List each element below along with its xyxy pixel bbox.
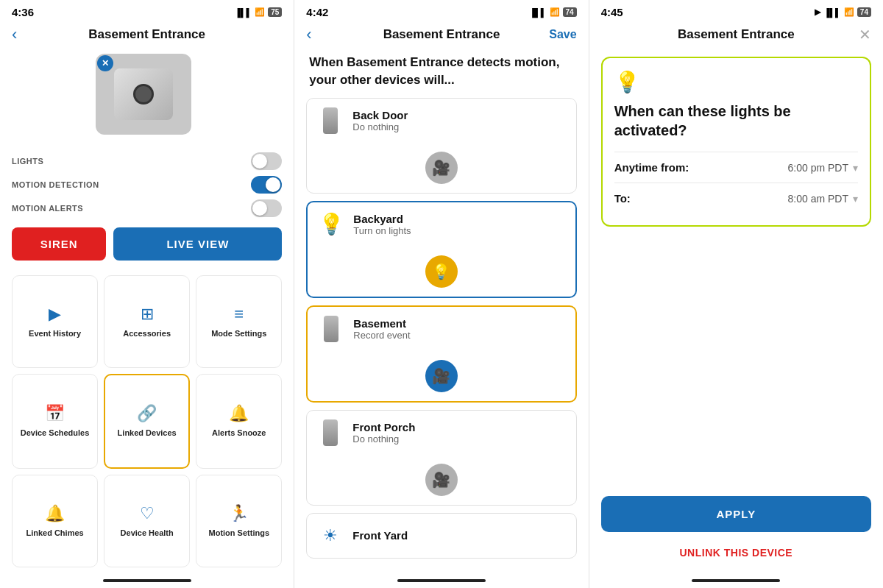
basement-body: 🎥 [308, 351, 575, 401]
home-bar-3 [692, 579, 780, 582]
motion-settings-icon: 🏃 [229, 504, 249, 523]
grid-item-alerts-snooze[interactable]: 🔔 Alerts Snooze [196, 374, 282, 468]
basement-info: Basement Record event [353, 317, 564, 341]
backyard-light-icon: 💡 [319, 212, 344, 236]
back-door-header: Back Door Do nothing [307, 99, 575, 143]
home-indicator-3 [589, 573, 883, 588]
linked-chimes-icon: 🔔 [45, 504, 65, 523]
device-health-icon: ♡ [140, 504, 155, 523]
camera-lens [133, 84, 154, 105]
grid-item-motion-settings[interactable]: 🏃 Motion Settings [196, 475, 282, 567]
front-porch-thumb [317, 419, 344, 446]
to-time: 8:00 am PDT [788, 193, 848, 205]
p3-header: Basement Entrance ✕ [589, 21, 883, 48]
motion-detection-label: MOTION DETECTION [12, 180, 99, 189]
to-row: To: 8:00 am PDT ▾ [614, 183, 858, 213]
lights-toggle-row: LIGHTS [12, 151, 282, 171]
backyard-header: 💡 Backyard Turn on lights [308, 202, 575, 247]
front-porch-header: Front Porch Do nothing [307, 411, 575, 455]
home-indicator-2 [294, 573, 588, 588]
status-time-3: 4:45 [601, 6, 623, 18]
save-button[interactable]: Save [549, 28, 576, 41]
motion-detection-toggle-row: MOTION DETECTION [12, 174, 282, 195]
lights-card-title: When can these lights be activated? [614, 102, 858, 140]
motion-alerts-toggle[interactable] [251, 199, 282, 217]
wifi-icon-2: 📶 [550, 7, 560, 17]
camera-container: ✕ [96, 54, 199, 142]
basement-action-btn[interactable]: 🎥 [425, 360, 458, 392]
status-time-1: 4:36 [12, 6, 34, 18]
alerts-snooze-label: Alerts Snooze [212, 428, 266, 438]
basement-thumb [318, 316, 344, 342]
device-list: Back Door Do nothing 🎥 💡 Backyard Turn o… [294, 98, 588, 573]
anytime-from-value[interactable]: 6:00 pm PDT ▾ [788, 162, 858, 174]
grid-item-device-schedules[interactable]: 📅 Device Schedules [12, 374, 98, 468]
basement-action: Record event [353, 330, 564, 341]
close-button-3[interactable]: ✕ [859, 26, 871, 43]
basement-action-icon: 🎥 [432, 367, 450, 385]
mode-settings-label: Mode Settings [211, 328, 266, 339]
front-porch-info: Front Porch Do nothing [352, 421, 565, 444]
apply-button[interactable]: APPLY [601, 496, 871, 532]
status-icons-1: ▐▌▌ 📶 75 [235, 7, 283, 17]
device-health-label: Device Health [121, 528, 174, 538]
lights-toggle-thumb [252, 154, 267, 169]
back-door-thumb [317, 107, 344, 134]
back-button-2[interactable]: ‹ [306, 25, 311, 44]
home-bar-1 [103, 579, 191, 582]
device-schedules-icon: 📅 [45, 404, 65, 423]
motion-detection-toggle-thumb [266, 177, 280, 192]
back-button-1[interactable]: ‹ [12, 25, 17, 44]
live-view-button[interactable]: LIVE VIEW [113, 227, 282, 261]
front-yard-header: ☀ Front Yard [307, 514, 575, 558]
device-card-back-door[interactable]: Back Door Do nothing 🎥 [306, 98, 576, 194]
device-card-backyard[interactable]: 💡 Backyard Turn on lights 💡 [306, 201, 576, 298]
camera-close-badge[interactable]: ✕ [97, 55, 113, 71]
front-porch-body: 🎥 [307, 455, 575, 505]
lights-activation-card: 💡 When can these lights be activated? An… [601, 57, 871, 227]
backyard-action: Turn on lights [353, 225, 564, 236]
panel-2: 4:42 ▐▌▌ 📶 74 ‹ Basement Entrance Save W… [294, 0, 589, 588]
basement-header: Basement Record event [308, 307, 575, 351]
camera-body [114, 68, 173, 120]
grid-item-device-health[interactable]: ♡ Device Health [104, 475, 190, 567]
device-card-basement[interactable]: Basement Record event 🎥 [306, 305, 576, 403]
device-card-front-yard[interactable]: ☀ Front Yard [306, 513, 576, 559]
backyard-info: Backyard Turn on lights [353, 213, 564, 236]
alerts-snooze-icon: 🔔 [229, 404, 249, 423]
grid-item-linked-chimes[interactable]: 🔔 Linked Chimes [12, 475, 98, 567]
menu-grid: ▶ Event History ⊞ Accessories ≡ Mode Set… [0, 269, 294, 573]
motion-settings-label: Motion Settings [209, 528, 270, 538]
back-door-name: Back Door [352, 109, 565, 121]
motion-detection-toggle[interactable] [251, 176, 282, 194]
back-door-info: Back Door Do nothing [352, 109, 565, 132]
p1-title: Basement Entrance [88, 27, 205, 42]
unlink-button[interactable]: UNLINK THIS DEVICE [589, 541, 883, 564]
linked-devices-icon: 🔗 [137, 404, 157, 423]
status-bar-1: 4:36 ▐▌▌ 📶 75 [0, 0, 294, 21]
back-door-action-btn[interactable]: 🎥 [425, 152, 458, 184]
action-buttons: SIREN LIVE VIEW [0, 219, 294, 269]
to-chevron: ▾ [853, 193, 858, 205]
lights-toggle[interactable] [251, 152, 282, 170]
front-porch-action-btn[interactable]: 🎥 [425, 464, 458, 496]
grid-item-linked-devices[interactable]: 🔗 Linked Devices [104, 374, 190, 468]
p2-title: Basement Entrance [383, 27, 500, 42]
front-porch-action-icon: 🎥 [432, 471, 450, 489]
grid-item-event-history[interactable]: ▶ Event History [12, 275, 98, 368]
signal-icon: ▐▌▌ [235, 8, 252, 17]
status-bar-3: 4:45 ▶ ▐▌▌ 📶 74 [589, 0, 883, 21]
device-card-front-porch[interactable]: Front Porch Do nothing 🎥 [306, 410, 576, 506]
grid-item-mode-settings[interactable]: ≡ Mode Settings [196, 275, 282, 368]
p2-subtitle: When Basement Entrance detects motion, y… [294, 48, 588, 98]
battery-badge-3: 74 [857, 7, 871, 17]
backyard-action-btn[interactable]: 💡 [425, 255, 458, 288]
front-yard-info: Front Yard [352, 529, 565, 542]
siren-button[interactable]: SIREN [12, 227, 106, 261]
backyard-thumb: 💡 [318, 211, 344, 238]
front-porch-action: Do nothing [352, 433, 565, 444]
to-value[interactable]: 8:00 am PDT ▾ [788, 193, 858, 205]
signal-icon-3: ▐▌▌ [823, 8, 840, 17]
grid-item-accessories[interactable]: ⊞ Accessories [104, 275, 190, 368]
anytime-from-time: 6:00 pm PDT [788, 162, 848, 174]
